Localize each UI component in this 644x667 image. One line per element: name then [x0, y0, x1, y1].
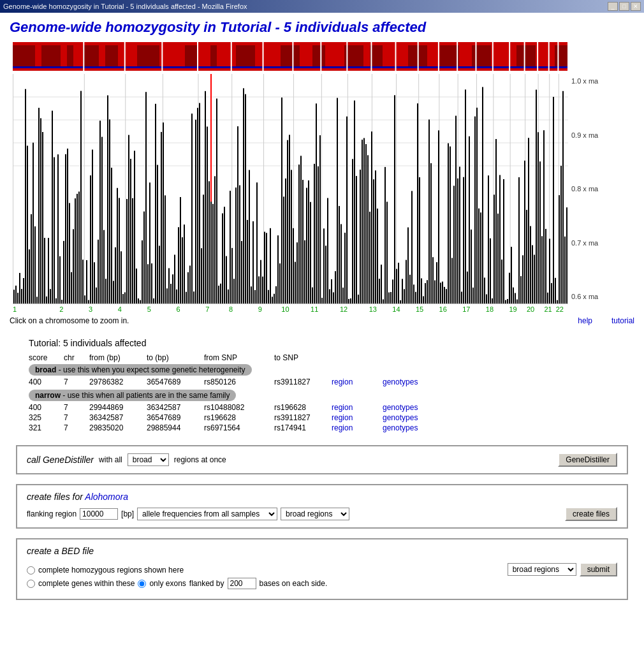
genotypes-link[interactable]: genotypes [383, 377, 434, 386]
flanked-by-input[interactable] [228, 578, 256, 589]
genotypes-link[interactable]: genotypes [383, 423, 434, 432]
minimize-button[interactable]: _ [608, 2, 618, 11]
flanked-by-label: flanked by [189, 579, 224, 588]
radio-complete-genes-label: complete genes within these [38, 579, 135, 588]
broad-label-row: broad - use this when you expect some ge… [29, 364, 615, 376]
alohomora-regions-select[interactable]: broad regions narrow regions [281, 508, 349, 520]
narrow-label-row: narrow - use this when all patients are … [29, 390, 615, 401]
broad-label: broad - use this when you expect some ge… [29, 364, 252, 376]
gene-distiller-button[interactable]: GeneDistiller [558, 453, 617, 467]
radio-only-exons[interactable] [138, 580, 146, 588]
page-heading: Genome-wide homozygosity in Tutorial - 5… [10, 19, 634, 36]
results-section: Tutorial: 5 individuals affected score c… [10, 338, 634, 432]
y-axis-labels: 1.0 x ma 0.9 x ma 0.8 x ma 0.7 x ma 0.6 … [568, 74, 628, 304]
region-link[interactable]: region [332, 423, 383, 432]
radio-only-exons-label: only exons [149, 579, 186, 588]
hint-bar: Click on a chromosome to zoom in. help t… [10, 316, 634, 325]
main-content: Genome-wide homozygosity in Tutorial - 5… [0, 13, 644, 667]
table-row: 321 7 29835020 29885944 rs6971564 rs1749… [29, 423, 615, 432]
page-links: help tutorial [578, 316, 634, 325]
regions-at-once-label: regions at once [174, 455, 226, 464]
chromosome-number-labels: 12345678910111213141516171819202122 [13, 305, 567, 313]
narrow-label: narrow - use this when all patients are … [29, 390, 236, 401]
region-link[interactable]: region [332, 403, 383, 412]
radio-group-2: complete genes within these only exons f… [27, 578, 327, 589]
radio-group-1: complete homozygous regions shown here [27, 566, 327, 575]
column-headers: score chr from (bp) to (bp) from SNP to … [29, 353, 615, 362]
bases-label: bases on each side. [260, 579, 328, 588]
region-link[interactable]: region [332, 413, 383, 422]
flanking-region-input[interactable] [80, 508, 118, 520]
table-row: 400 7 29944869 36342587 rs10488082 rs196… [29, 403, 615, 412]
alohomora-title-row: create files for Alohomora [27, 492, 617, 502]
allele-freq-select[interactable]: allele frequencies from all samples alle… [137, 508, 277, 520]
window-controls: _ □ ✕ [608, 2, 641, 11]
radio-complete-regions-label: complete homozygous regions shown here [38, 566, 184, 575]
broad-rows-container: 400 7 29786382 36547689 rs850126 rs39118… [29, 377, 615, 386]
with-all-label: with all [99, 455, 122, 464]
close-button[interactable]: ✕ [631, 2, 641, 11]
bed-title: create a BED file [27, 546, 617, 556]
radio-complete-genes[interactable] [27, 580, 35, 588]
results-title: Tutorial: 5 individuals affected [29, 338, 615, 348]
flanking-region-label: flanking region [27, 509, 77, 518]
table-row: 325 7 36342587 36547689 rs196628 rs39118… [29, 413, 615, 422]
help-link[interactable]: help [578, 316, 592, 325]
table-row: 400 7 29786382 36547689 rs850126 rs39118… [29, 377, 615, 386]
bp-label: [bp] [121, 509, 134, 518]
title-bar: Genome-wide homozygosity in Tutorial - 5… [0, 0, 644, 13]
bed-submit-area: broad regions narrow regions submit [508, 562, 617, 576]
gene-distiller-title: call GeneDistiller [27, 455, 94, 465]
chromosome-overview[interactable] [13, 42, 567, 71]
gene-distiller-section: call GeneDistiller with all broad narrow… [16, 445, 628, 474]
radio-complete-regions[interactable] [27, 566, 35, 575]
bed-section: create a BED file complete homozygous re… [16, 538, 628, 600]
gene-distiller-regions-select[interactable]: broad narrow [128, 453, 169, 466]
bed-regions-select[interactable]: broad regions narrow regions [508, 563, 576, 576]
alohomora-controls: flanking region [bp] allele frequencies … [27, 507, 617, 521]
genotypes-link[interactable]: genotypes [383, 413, 434, 422]
alohomora-section: create files for Alohomora flanking regi… [16, 484, 628, 529]
bed-controls-layout: complete homozygous regions shown here c… [27, 562, 617, 592]
submit-button[interactable]: submit [580, 562, 617, 576]
genome-chart-area: 1.0 x ma 0.9 x ma 0.8 x ma 0.7 x ma 0.6 … [10, 74, 628, 304]
click-hint-text: Click on a chromosome to zoom in. [10, 316, 129, 325]
window-title: Genome-wide homozygosity in Tutorial - 5… [3, 3, 247, 10]
genotypes-link[interactable]: genotypes [383, 403, 434, 412]
main-chart[interactable] [13, 74, 568, 304]
gene-distiller-row: call GeneDistiller with all broad narrow… [27, 453, 617, 467]
region-link[interactable]: region [332, 377, 383, 386]
narrow-rows-container: 400 7 29944869 36342587 rs10488082 rs196… [29, 403, 615, 432]
bed-radio-options: complete homozygous regions shown here c… [27, 562, 327, 592]
create-files-button[interactable]: create files [565, 507, 617, 521]
maximize-button[interactable]: □ [619, 2, 629, 11]
alohomora-link[interactable]: Alohomora [85, 492, 128, 502]
tutorial-link[interactable]: tutorial [611, 316, 634, 325]
